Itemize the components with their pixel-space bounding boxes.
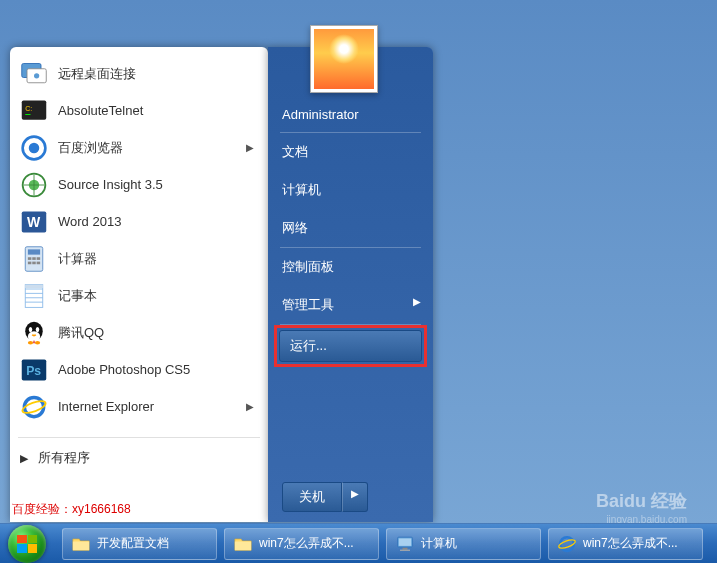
ie-icon: [20, 393, 48, 421]
svg-point-26: [35, 340, 40, 344]
submenu-arrow-icon: ▶: [413, 296, 421, 307]
start-menu-right-panel: Administrator文档计算机网络控制面板管理工具▶ 运行... 关机 ▶: [268, 47, 433, 522]
program-item-source-insight[interactable]: Source Insight 3.5: [14, 166, 264, 203]
svg-rect-33: [403, 547, 408, 549]
start-button[interactable]: [0, 524, 54, 564]
source-insight-icon: [20, 171, 48, 199]
right-panel-item[interactable]: Administrator: [268, 97, 433, 132]
shutdown-area: 关机 ▶: [282, 482, 368, 512]
right-panel-item[interactable]: 文档: [268, 133, 433, 171]
all-programs-label: 所有程序: [38, 449, 90, 467]
right-panel-item[interactable]: 控制面板: [268, 248, 433, 286]
user-avatar-image: [314, 29, 374, 89]
svg-point-23: [29, 326, 33, 331]
windows-orb-icon: [8, 525, 46, 563]
right-item-label: 文档: [282, 144, 308, 159]
svg-text:W: W: [27, 214, 41, 230]
right-item-label: Administrator: [282, 107, 359, 122]
program-item-telnet[interactable]: C:AbsoluteTelnet: [14, 92, 264, 129]
program-label: Word 2013: [58, 214, 121, 229]
svg-rect-12: [28, 249, 40, 254]
start-menu-left-panel: 远程桌面连接C:AbsoluteTelnet百度浏览器▶Source Insig…: [10, 47, 268, 522]
program-label: Adobe Photoshop CS5: [58, 362, 190, 377]
photoshop-icon: Ps: [20, 356, 48, 384]
taskbar-window-button[interactable]: win7怎么弄成不...: [224, 528, 379, 560]
taskbar: 开发配置文档win7怎么弄成不...计算机win7怎么弄成不...: [0, 523, 717, 563]
taskbar-window-button[interactable]: 计算机: [386, 528, 541, 560]
taskbar-item-label: win7怎么弄成不...: [259, 535, 354, 552]
shutdown-button[interactable]: 关机: [282, 482, 342, 512]
program-label: Internet Explorer: [58, 399, 154, 414]
program-label: 腾讯QQ: [58, 324, 104, 342]
right-item-label: 管理工具: [282, 297, 334, 312]
user-avatar-frame[interactable]: [310, 25, 378, 93]
svg-point-2: [34, 73, 39, 78]
folder-icon: [71, 534, 91, 554]
svg-rect-14: [32, 257, 36, 260]
svg-rect-34: [400, 549, 410, 550]
baidu-icon: [20, 134, 48, 162]
watermark-author: 百度经验：xy1666168: [12, 501, 131, 518]
program-label: Source Insight 3.5: [58, 177, 163, 192]
svg-rect-15: [37, 257, 41, 260]
qq-icon: [20, 319, 48, 347]
right-item-label: 网络: [282, 220, 308, 235]
program-label: 远程桌面连接: [58, 65, 136, 83]
telnet-icon: C:: [20, 97, 48, 125]
triangle-right-icon: ▶: [20, 452, 28, 465]
pinned-programs-list: 远程桌面连接C:AbsoluteTelnet百度浏览器▶Source Insig…: [10, 47, 268, 433]
svg-rect-32: [399, 538, 412, 546]
program-item-qq[interactable]: 腾讯QQ: [14, 314, 264, 351]
svg-point-24: [36, 326, 40, 331]
word-icon: W: [20, 208, 48, 236]
computer-icon: [395, 534, 415, 554]
svg-point-25: [28, 340, 33, 344]
shutdown-options-button[interactable]: ▶: [342, 482, 368, 512]
program-label: 计算器: [58, 250, 97, 268]
notepad-icon: [20, 282, 48, 310]
program-item-rdp[interactable]: 远程桌面连接: [14, 55, 264, 92]
right-panel-item[interactable]: 管理工具▶: [268, 286, 433, 324]
program-item-photoshop[interactable]: PsAdobe Photoshop CS5: [14, 351, 264, 388]
taskbar-window-button[interactable]: win7怎么弄成不...: [548, 528, 703, 560]
taskbar-item-label: win7怎么弄成不...: [583, 535, 678, 552]
run-button[interactable]: 运行...: [279, 330, 422, 362]
right-item-label: 控制面板: [282, 259, 334, 274]
run-highlight-box: 运行...: [274, 325, 427, 367]
svg-text:C:: C:: [25, 105, 32, 112]
svg-rect-16: [28, 261, 32, 264]
program-item-ie[interactable]: Internet Explorer▶: [14, 388, 264, 425]
folder-icon: [233, 534, 253, 554]
program-item-notepad[interactable]: 记事本: [14, 277, 264, 314]
program-label: 记事本: [58, 287, 97, 305]
taskbar-window-button[interactable]: 开发配置文档: [62, 528, 217, 560]
taskbar-item-label: 计算机: [421, 535, 457, 552]
right-panel-item[interactable]: 计算机: [268, 171, 433, 209]
all-programs-button[interactable]: ▶ 所有程序: [10, 442, 268, 474]
svg-rect-18: [37, 261, 41, 264]
svg-text:Ps: Ps: [26, 364, 41, 378]
watermark-logo: Baidu 经验: [596, 489, 687, 513]
svg-rect-20: [25, 284, 43, 288]
program-item-baidu[interactable]: 百度浏览器▶: [14, 129, 264, 166]
right-item-label: 计算机: [282, 182, 321, 197]
svg-rect-17: [32, 261, 36, 264]
program-item-calculator[interactable]: 计算器: [14, 240, 264, 277]
program-label: AbsoluteTelnet: [58, 103, 143, 118]
program-label: 百度浏览器: [58, 139, 123, 157]
submenu-arrow-icon: ▶: [246, 142, 254, 153]
rdp-icon: [20, 60, 48, 88]
separator: [18, 437, 260, 438]
submenu-arrow-icon: ▶: [246, 401, 254, 412]
program-item-word[interactable]: WWord 2013: [14, 203, 264, 240]
taskbar-item-label: 开发配置文档: [97, 535, 169, 552]
ie-icon: [557, 534, 577, 554]
right-panel-item[interactable]: 网络: [268, 209, 433, 247]
calculator-icon: [20, 245, 48, 273]
svg-point-6: [29, 142, 40, 153]
svg-rect-13: [28, 257, 32, 260]
